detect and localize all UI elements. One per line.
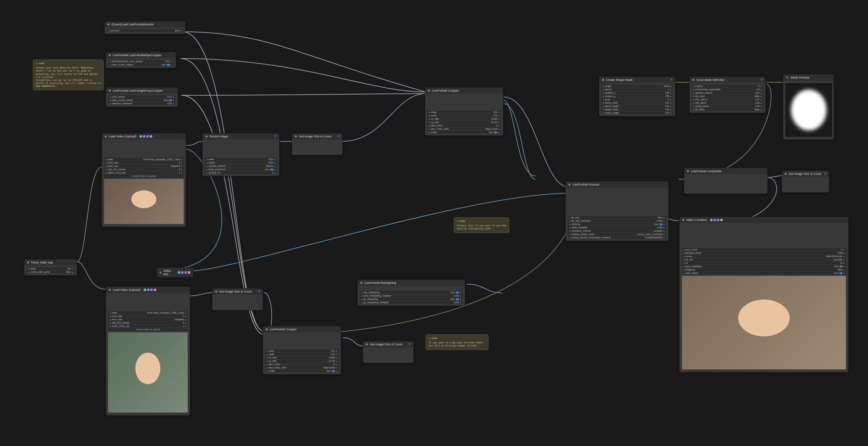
- node-load-mediapipe-cropper[interactable]: LivePortrait Load MediaPipeCropper landm…: [106, 52, 176, 68]
- help-icon[interactable]: ?: [825, 172, 827, 175]
- param-keep-model-loaded[interactable]: keep_model_loadedtrue: [108, 99, 176, 102]
- param-stitching[interactable]: stitchingtrue: [568, 223, 666, 226]
- node-get-image-size-count-2[interactable]: Get Image Size & Count?: [212, 288, 263, 310]
- param-save-metadata[interactable]: save_metadatatrue: [682, 265, 846, 268]
- param-scale[interactable]: scale2.30: [427, 114, 501, 117]
- param-format[interactable]: formatvideo/h264-mp4: [682, 255, 846, 258]
- node-load-insightface-cropper[interactable]: LivePortrait Load InsightFaceCropper onn…: [106, 87, 178, 107]
- param-detection-threshold[interactable]: detection_threshold0.50: [108, 102, 176, 105]
- node-create-shape-mask[interactable]: Create Shape Mask? shapecircle frames1 l…: [599, 76, 675, 116]
- param-frame-width[interactable]: frame_width512: [601, 101, 673, 104]
- param-shape-width[interactable]: shape_width472: [601, 108, 673, 111]
- param-fill-holes[interactable]: fill_holesfalse: [692, 108, 763, 111]
- node-get-image-size-count-3[interactable]: Get Image Size & Count?: [363, 341, 413, 363]
- param-value[interactable]: value128: [26, 267, 74, 270]
- param-shape[interactable]: shapecircle: [601, 84, 673, 88]
- param-blur-radius[interactable]: blur_radius13.9: [692, 98, 763, 101]
- param-skip-first-frames[interactable]: skip_first_frames0: [104, 168, 184, 171]
- param-eyes-retargeting-multiplier[interactable]: eyes_retargeting_multiplier1.000: [360, 294, 463, 297]
- param-video[interactable]: videoRunComfy_examples_1108_2.mp4: [108, 311, 188, 314]
- param-lip-zero-threshold[interactable]: lip_zero_threshold0.030: [568, 219, 666, 222]
- node-frame-load-cap[interactable]: frame_load_cap value128 control_after_ge…: [24, 259, 77, 275]
- node-liveportrait-process[interactable]: LivePortrait Process lip_zerofalse lip_z…: [565, 181, 669, 241]
- param-width[interactable]: width1024: [205, 158, 277, 161]
- node-load-video-upload-2[interactable]: Load Video (Upload) videoRunComfy_exampl…: [106, 286, 190, 416]
- param-vx-ratio[interactable]: vx_ratio0.000: [427, 117, 501, 121]
- help-icon[interactable]: ?: [409, 343, 411, 346]
- param-driving-smooth-variance[interactable]: driving_smooth_observation_variance0.000…: [568, 236, 666, 239]
- param-landmarkrunner-device[interactable]: landmarkrunner_onnx_deviceCPU: [108, 60, 174, 63]
- param-vx-ratio[interactable]: vx_ratio0.000: [265, 356, 339, 359]
- help-icon[interactable]: ?: [275, 135, 277, 138]
- param-dsize[interactable]: dsize512: [427, 111, 501, 114]
- param-frame-height[interactable]: frame_height512: [601, 105, 673, 108]
- param-pingpong[interactable]: pingpongfalse: [682, 268, 846, 271]
- param-face-index-order[interactable]: face_index_orderlarge-small: [427, 127, 501, 130]
- node-mask-preview[interactable]: ✎Mask Preview: [783, 74, 834, 140]
- help-icon[interactable]: ?: [338, 135, 340, 138]
- param-scale[interactable]: scale2.30: [265, 353, 339, 356]
- param-face-index-order[interactable]: face_index_orderlarge-small: [265, 366, 339, 369]
- param-location-x[interactable]: location_x256: [601, 91, 673, 94]
- param-select-every-nth[interactable]: select_every_nth1: [108, 324, 188, 328]
- param-vy-ratio[interactable]: vy_ratio-0.125: [265, 359, 339, 363]
- node-get-image-size-count-1[interactable]: Get Image Size & Count?: [292, 133, 343, 155]
- param-flip-input[interactable]: flip_inputfalse: [692, 95, 763, 98]
- param-height[interactable]: height1024: [205, 161, 277, 164]
- param-mismatch-method[interactable]: mismatch_methodconstant: [568, 229, 666, 232]
- param-tapered-corners[interactable]: tapered_cornerstrue: [692, 91, 763, 94]
- help-icon[interactable]: ?: [258, 290, 260, 293]
- param-force-size[interactable]: force_sizeDisabled: [108, 318, 188, 321]
- param-lerp-alpha[interactable]: lerp_alpha1.00: [692, 101, 763, 104]
- param-pix-fmt[interactable]: pix_fmtyuv420p: [682, 258, 846, 261]
- node-get-image-size-count-4[interactable]: Get Image Size & Count?: [782, 171, 829, 193]
- param-expand[interactable]: expand0: [692, 84, 763, 88]
- node-download-liveportrait-models[interactable]: (Down)Load LivePortraitModels precisionf…: [104, 21, 185, 34]
- param-filename-prefix[interactable]: filename_prefix1108: [682, 251, 846, 254]
- param-shape-height[interactable]: shape_height472: [601, 111, 673, 114]
- param-loop-count[interactable]: loop_count0: [682, 248, 846, 251]
- param-lip-retargeting[interactable]: lip_retargetingtrue: [360, 298, 463, 301]
- param-precision[interactable]: precisionfp16: [107, 29, 183, 32]
- param-delta-multiplier[interactable]: delta_multiplier1.000: [568, 226, 666, 229]
- param-face-index[interactable]: face_index0: [427, 124, 501, 127]
- param-rotate[interactable]: rotatetrue: [427, 131, 501, 134]
- help-icon[interactable]: ?: [671, 78, 673, 81]
- param-keep-proportion[interactable]: keep_proportiontrue: [205, 168, 277, 171]
- param-incremental-expandrate[interactable]: incremental_expandrate0.0: [692, 88, 763, 91]
- param-upscale-method[interactable]: upscale_methodbilinear: [205, 165, 277, 168]
- param-force-rate[interactable]: force_rate0: [104, 161, 184, 164]
- node-load-video-upload-1[interactable]: Load Video (Upload) videoRunComfy_exampl…: [102, 133, 186, 227]
- param-control-after-generate[interactable]: control_after_genefixed: [26, 271, 74, 273]
- node-liveportrait-retargeting[interactable]: LivePortrait Retargeting eye_retargeting…: [358, 279, 465, 306]
- param-frames[interactable]: frames1: [601, 88, 673, 91]
- param-grow[interactable]: grow0: [601, 98, 673, 101]
- param-keep-model-loaded[interactable]: keep_model_loadedtrue: [108, 63, 174, 66]
- param-select-every-nth[interactable]: select_every_nth1: [104, 171, 184, 174]
- param-onnx-device[interactable]: onnx_deviceCPU: [108, 95, 176, 98]
- param-location-y[interactable]: location_y256: [601, 95, 673, 98]
- node-liveportrait-cropper-2[interactable]: LivePortrait Cropper dsize512 scale2.30 …: [263, 326, 341, 374]
- node-video-info[interactable]: Video Info: [157, 268, 193, 277]
- param-face-index[interactable]: face_index0: [265, 363, 339, 366]
- param-lip-zero[interactable]: lip_zerofalse: [568, 216, 666, 219]
- param-rotate[interactable]: rotatetrue: [265, 370, 339, 372]
- button-choose-video[interactable]: choose video to upload: [108, 328, 188, 331]
- param-vy-ratio[interactable]: vy_ratio-0.125: [427, 121, 501, 124]
- node-liveportrait-cropper-1[interactable]: LivePortrait Cropper dsize512 scale2.30 …: [425, 87, 503, 136]
- param-save-output[interactable]: save_outputtrue: [682, 272, 846, 274]
- param-lip-retargeting-multiplier[interactable]: lip_retargeting_multiplier1.000: [360, 301, 463, 304]
- param-skip-first-frames[interactable]: skip_first_frames0: [108, 321, 188, 324]
- param-divisible-by[interactable]: divisible_by2: [205, 171, 277, 174]
- node-grow-mask-with-blur[interactable]: Grow Mask With Blur? expand0 incremental…: [689, 76, 766, 113]
- help-icon[interactable]: ?: [761, 78, 763, 81]
- node-video-combine[interactable]: Video Combine loop_count0 filename_prefi…: [679, 217, 848, 372]
- param-force-size[interactable]: force_sizeDisabled: [104, 165, 184, 168]
- param-decay-factor[interactable]: decay_factor1.00: [692, 105, 763, 108]
- param-relative-motion-mode[interactable]: relative_motion_modesource_video_smoothe…: [568, 233, 666, 236]
- param-dsize[interactable]: dsize512: [265, 349, 339, 352]
- param-video[interactable]: videoRunComfy_examples_1108_1.mp4: [104, 158, 184, 161]
- node-graph-canvas[interactable]: (Down)Load LivePortraitModels precisionf…: [0, 0, 868, 446]
- node-liveportrait-composite[interactable]: LivePortrait Composite: [684, 168, 768, 194]
- param-crf[interactable]: crf19: [682, 262, 846, 265]
